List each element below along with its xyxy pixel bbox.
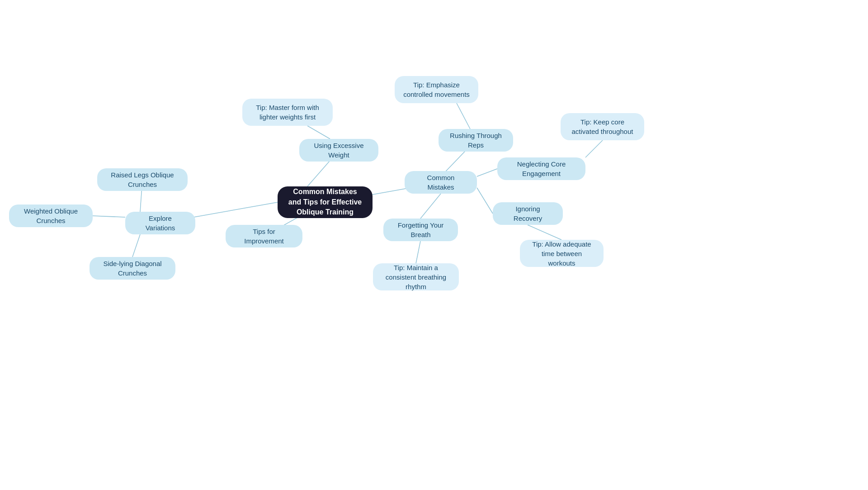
svg-line-4 [93, 216, 125, 217]
using-excessive-weight-node[interactable]: Using Excessive Weight [299, 139, 378, 162]
tip-keep-core-node[interactable]: Tip: Keep core activated throughout [561, 113, 644, 140]
svg-line-15 [528, 225, 561, 240]
svg-line-7 [307, 126, 330, 139]
ignoring-recovery-node[interactable]: Ignoring Recovery [493, 202, 563, 225]
svg-line-14 [477, 188, 493, 214]
svg-line-10 [477, 169, 497, 176]
forgetting-your-breath-node[interactable]: Forgetting Your Breath [383, 219, 458, 241]
tip-emphasize-controlled-node[interactable]: Tip: Emphasize controlled movements [395, 76, 478, 103]
side-lying-diagonal-crunches-node[interactable]: Side-lying Diagonal Crunches [90, 257, 175, 280]
raised-legs-oblique-crunches-node[interactable]: Raised Legs Oblique Crunches [97, 168, 188, 191]
common-mistakes-node[interactable]: Common Mistakes [405, 171, 477, 194]
svg-line-6 [132, 234, 140, 257]
tip-consistent-breathing-node[interactable]: Tip: Maintain a consistent breathing rhy… [373, 263, 459, 290]
center-node[interactable]: Common Mistakes and Tips for Effective O… [278, 186, 373, 218]
tip-adequate-time-node[interactable]: Tip: Allow adequate time between workout… [520, 240, 604, 267]
neglecting-core-engagement-node[interactable]: Neglecting Core Engagement [497, 157, 585, 180]
tips-for-improvement-node[interactable]: Tips for Improvement [226, 225, 302, 247]
explore-variations-node[interactable]: Explore Variations [125, 212, 195, 234]
svg-line-12 [420, 194, 441, 219]
svg-line-11 [585, 140, 603, 157]
weighted-oblique-crunches-node[interactable]: Weighted Oblique Crunches [9, 205, 93, 227]
tip-master-form-node[interactable]: Tip: Master form with lighter weights fi… [242, 99, 333, 126]
rushing-through-reps-node[interactable]: Rushing Through Reps [439, 129, 513, 152]
svg-line-9 [457, 103, 470, 129]
svg-line-13 [416, 241, 420, 263]
